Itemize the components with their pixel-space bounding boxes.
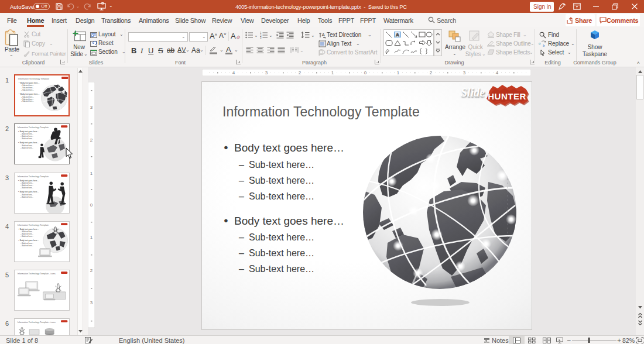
svg-text:A: A bbox=[396, 32, 399, 37]
svg-text:3: 3 bbox=[90, 105, 93, 110]
svg-text:2: 2 bbox=[90, 137, 93, 143]
svg-text:2: 2 bbox=[299, 70, 302, 75]
svg-text:2: 2 bbox=[430, 70, 433, 75]
svg-text:1: 1 bbox=[90, 171, 93, 176]
svg-text:0: 0 bbox=[90, 202, 93, 208]
svg-text:0: 0 bbox=[364, 70, 367, 75]
svg-text:3: 3 bbox=[260, 36, 262, 39]
svg-text:a: a bbox=[539, 41, 541, 46]
svg-text:1: 1 bbox=[397, 70, 400, 75]
svg-text:A: A bbox=[322, 32, 326, 37]
svg-text:3: 3 bbox=[90, 300, 93, 305]
svg-text:4: 4 bbox=[232, 70, 235, 75]
svg-text:4: 4 bbox=[496, 70, 499, 75]
svg-text:3: 3 bbox=[463, 70, 466, 75]
svg-text:2: 2 bbox=[90, 268, 93, 273]
svg-text:1: 1 bbox=[90, 235, 93, 240]
svg-text:1: 1 bbox=[331, 70, 334, 75]
svg-text:HUNTER: HUNTER bbox=[488, 91, 526, 101]
svg-text:b: b bbox=[543, 43, 545, 47]
svg-text:3: 3 bbox=[265, 70, 268, 75]
